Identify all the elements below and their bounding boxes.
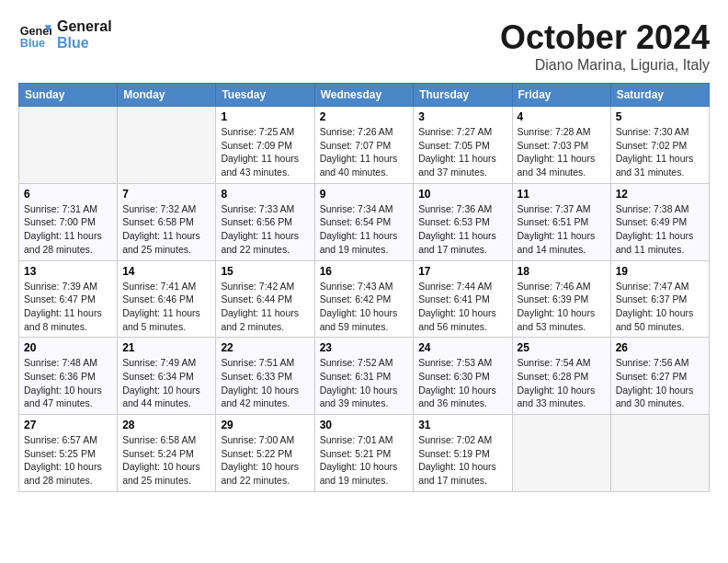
- day-header-monday: Monday: [118, 84, 216, 107]
- calendar-cell: 3Sunrise: 7:27 AMSunset: 7:05 PMDaylight…: [414, 107, 512, 184]
- page-header: General Blue General Blue October 2024 D…: [18, 18, 710, 74]
- day-number: 2: [320, 110, 409, 123]
- calendar-cell: 28Sunrise: 6:58 AMSunset: 5:24 PMDayligh…: [118, 415, 216, 492]
- cell-content: Sunrise: 7:38 AMSunset: 6:49 PMDaylight:…: [616, 202, 704, 257]
- day-number: 15: [221, 265, 309, 278]
- cell-content: Sunrise: 7:46 AMSunset: 6:39 PMDaylight:…: [518, 280, 606, 334]
- cell-content: Sunrise: 7:56 AMSunset: 6:27 PMDaylight:…: [616, 356, 704, 410]
- calendar-header-row: SundayMondayTuesdayWednesdayThursdayFrid…: [19, 84, 710, 107]
- cell-content: Sunrise: 6:57 AMSunset: 5:25 PMDaylight:…: [24, 433, 112, 488]
- calendar-cell: [512, 415, 610, 492]
- calendar-cell: 4Sunrise: 7:28 AMSunset: 7:03 PMDaylight…: [512, 107, 610, 184]
- calendar-cell: 6Sunrise: 7:31 AMSunset: 7:00 PMDaylight…: [19, 183, 118, 260]
- logo: General Blue General Blue: [18, 18, 112, 52]
- calendar-cell: [19, 107, 118, 184]
- calendar-cell: 10Sunrise: 7:36 AMSunset: 6:53 PMDayligh…: [414, 183, 512, 260]
- calendar-cell: 22Sunrise: 7:51 AMSunset: 6:33 PMDayligh…: [216, 338, 314, 415]
- svg-text:Blue: Blue: [20, 37, 45, 50]
- cell-content: Sunrise: 7:49 AMSunset: 6:34 PMDaylight:…: [122, 356, 210, 410]
- month-title: October 2024: [500, 18, 710, 57]
- calendar-cell: 5Sunrise: 7:30 AMSunset: 7:02 PMDaylight…: [610, 107, 709, 184]
- calendar-cell: 26Sunrise: 7:56 AMSunset: 6:27 PMDayligh…: [610, 338, 709, 415]
- calendar-cell: 25Sunrise: 7:54 AMSunset: 6:28 PMDayligh…: [512, 338, 610, 415]
- logo-text-general: General: [57, 18, 112, 35]
- calendar-cell: 7Sunrise: 7:32 AMSunset: 6:58 PMDaylight…: [118, 183, 216, 260]
- day-number: 26: [616, 341, 704, 354]
- cell-content: Sunrise: 7:39 AMSunset: 6:47 PMDaylight:…: [24, 280, 112, 334]
- calendar-cell: 20Sunrise: 7:48 AMSunset: 6:36 PMDayligh…: [19, 338, 118, 415]
- day-number: 17: [418, 265, 506, 278]
- day-number: 28: [122, 419, 210, 431]
- cell-content: Sunrise: 7:52 AMSunset: 6:31 PMDaylight:…: [320, 356, 409, 410]
- day-number: 3: [418, 110, 506, 123]
- day-number: 19: [616, 265, 704, 278]
- day-number: 4: [518, 110, 606, 123]
- day-number: 27: [24, 419, 112, 431]
- logo-text-blue: Blue: [57, 35, 112, 52]
- cell-content: Sunrise: 7:28 AMSunset: 7:03 PMDaylight:…: [518, 125, 606, 179]
- cell-content: Sunrise: 7:33 AMSunset: 6:56 PMDaylight:…: [221, 202, 309, 257]
- calendar-week-row: 6Sunrise: 7:31 AMSunset: 7:00 PMDaylight…: [19, 183, 710, 260]
- cell-content: Sunrise: 7:44 AMSunset: 6:41 PMDaylight:…: [418, 280, 506, 334]
- calendar-cell: 31Sunrise: 7:02 AMSunset: 5:19 PMDayligh…: [414, 415, 512, 492]
- cell-content: Sunrise: 7:41 AMSunset: 6:46 PMDaylight:…: [122, 280, 210, 334]
- day-number: 22: [221, 341, 309, 354]
- cell-content: Sunrise: 7:37 AMSunset: 6:51 PMDaylight:…: [518, 202, 606, 257]
- day-number: 6: [24, 188, 112, 201]
- calendar-cell: 21Sunrise: 7:49 AMSunset: 6:34 PMDayligh…: [118, 338, 216, 415]
- calendar-week-row: 27Sunrise: 6:57 AMSunset: 5:25 PMDayligh…: [19, 415, 710, 492]
- cell-content: Sunrise: 7:54 AMSunset: 6:28 PMDaylight:…: [518, 356, 606, 410]
- calendar-cell: 27Sunrise: 6:57 AMSunset: 5:25 PMDayligh…: [19, 415, 118, 492]
- day-number: 5: [616, 110, 704, 123]
- calendar-cell: 14Sunrise: 7:41 AMSunset: 6:46 PMDayligh…: [118, 260, 216, 338]
- day-header-sunday: Sunday: [19, 84, 118, 107]
- cell-content: Sunrise: 7:48 AMSunset: 6:36 PMDaylight:…: [24, 356, 112, 410]
- calendar-table: SundayMondayTuesdayWednesdayThursdayFrid…: [18, 83, 710, 492]
- day-number: 13: [24, 265, 112, 278]
- calendar-cell: 29Sunrise: 7:00 AMSunset: 5:22 PMDayligh…: [216, 415, 314, 492]
- day-number: 23: [320, 341, 409, 354]
- location-title: Diano Marina, Liguria, Italy: [500, 57, 710, 74]
- day-number: 29: [221, 419, 309, 431]
- day-number: 7: [122, 188, 210, 201]
- cell-content: Sunrise: 7:27 AMSunset: 7:05 PMDaylight:…: [418, 125, 506, 179]
- calendar-cell: 9Sunrise: 7:34 AMSunset: 6:54 PMDaylight…: [314, 183, 414, 260]
- calendar-cell: 2Sunrise: 7:26 AMSunset: 7:07 PMDaylight…: [314, 107, 414, 184]
- day-number: 30: [320, 419, 409, 431]
- day-header-tuesday: Tuesday: [216, 84, 314, 107]
- calendar-cell: 24Sunrise: 7:53 AMSunset: 6:30 PMDayligh…: [414, 338, 512, 415]
- cell-content: Sunrise: 7:34 AMSunset: 6:54 PMDaylight:…: [320, 202, 409, 257]
- calendar-cell: [118, 107, 216, 184]
- cell-content: Sunrise: 7:42 AMSunset: 6:44 PMDaylight:…: [221, 280, 309, 334]
- calendar-cell: 12Sunrise: 7:38 AMSunset: 6:49 PMDayligh…: [610, 183, 709, 260]
- calendar-cell: 16Sunrise: 7:43 AMSunset: 6:42 PMDayligh…: [314, 260, 414, 338]
- cell-content: Sunrise: 7:36 AMSunset: 6:53 PMDaylight:…: [418, 202, 506, 257]
- calendar-cell: 17Sunrise: 7:44 AMSunset: 6:41 PMDayligh…: [414, 260, 512, 338]
- cell-content: Sunrise: 7:00 AMSunset: 5:22 PMDaylight:…: [221, 433, 309, 488]
- cell-content: Sunrise: 7:25 AMSunset: 7:09 PMDaylight:…: [221, 125, 309, 179]
- day-number: 10: [418, 188, 506, 201]
- calendar-week-row: 20Sunrise: 7:48 AMSunset: 6:36 PMDayligh…: [19, 338, 710, 415]
- day-number: 14: [122, 265, 210, 278]
- calendar-cell: [610, 415, 709, 492]
- cell-content: Sunrise: 7:53 AMSunset: 6:30 PMDaylight:…: [418, 356, 506, 410]
- calendar-week-row: 13Sunrise: 7:39 AMSunset: 6:47 PMDayligh…: [19, 260, 710, 338]
- calendar-cell: 13Sunrise: 7:39 AMSunset: 6:47 PMDayligh…: [19, 260, 118, 338]
- cell-content: Sunrise: 7:31 AMSunset: 7:00 PMDaylight:…: [24, 202, 112, 257]
- calendar-cell: 11Sunrise: 7:37 AMSunset: 6:51 PMDayligh…: [512, 183, 610, 260]
- calendar-cell: 23Sunrise: 7:52 AMSunset: 6:31 PMDayligh…: [314, 338, 414, 415]
- cell-content: Sunrise: 6:58 AMSunset: 5:24 PMDaylight:…: [122, 433, 210, 488]
- day-number: 1: [221, 110, 309, 123]
- cell-content: Sunrise: 7:02 AMSunset: 5:19 PMDaylight:…: [418, 433, 506, 488]
- calendar-cell: 30Sunrise: 7:01 AMSunset: 5:21 PMDayligh…: [314, 415, 414, 492]
- day-header-saturday: Saturday: [610, 84, 709, 107]
- logo-icon: General Blue: [18, 18, 51, 52]
- calendar-cell: 1Sunrise: 7:25 AMSunset: 7:09 PMDaylight…: [216, 107, 314, 184]
- calendar-cell: 8Sunrise: 7:33 AMSunset: 6:56 PMDaylight…: [216, 183, 314, 260]
- calendar-week-row: 1Sunrise: 7:25 AMSunset: 7:09 PMDaylight…: [19, 107, 710, 184]
- calendar-cell: 19Sunrise: 7:47 AMSunset: 6:37 PMDayligh…: [610, 260, 709, 338]
- day-number: 21: [122, 341, 210, 354]
- day-number: 11: [518, 188, 606, 201]
- day-number: 8: [221, 188, 309, 201]
- cell-content: Sunrise: 7:47 AMSunset: 6:37 PMDaylight:…: [616, 280, 704, 334]
